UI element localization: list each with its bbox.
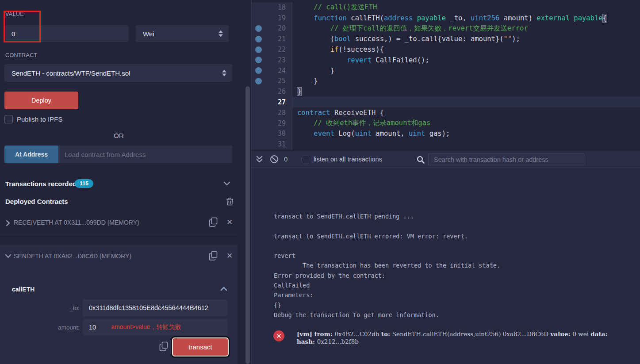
close-icon[interactable]: ✕ xyxy=(226,252,233,260)
line-number[interactable]: 27 xyxy=(265,98,292,106)
editor-gutter[interactable]: 26 xyxy=(252,86,292,97)
code-text[interactable]: revert CallFailed(); xyxy=(292,55,640,65)
line-number[interactable]: 22 xyxy=(265,46,292,54)
breakpoint-dot[interactable] xyxy=(255,46,262,53)
value-input[interactable]: 0 xyxy=(4,25,129,42)
breakpoint-dot[interactable] xyxy=(255,36,262,42)
code-line-31[interactable]: 31 xyxy=(252,139,640,149)
code-line-25[interactable]: 25 } xyxy=(252,76,640,87)
amount-param-label: amount: xyxy=(4,324,80,331)
close-icon[interactable]: ✕ xyxy=(226,218,233,226)
line-number[interactable]: 30 xyxy=(265,130,292,138)
line-number[interactable]: 25 xyxy=(265,77,292,85)
vm-error-entry[interactable]: ✕ [vm] from: 0x4B2...C02db to: SendETH.c… xyxy=(273,330,608,345)
code-text[interactable]: contract ReceiveETH { xyxy=(292,107,640,118)
amount-param-input[interactable]: 10 amount>value，转账失败 xyxy=(83,319,228,336)
breakpoint-dot[interactable] xyxy=(255,57,262,63)
line-number[interactable]: 29 xyxy=(265,119,292,127)
line-number[interactable]: 19 xyxy=(265,14,292,22)
code-text[interactable]: function callETH(address payable _to, ui… xyxy=(292,13,640,23)
code-text[interactable]: // 处理下call的返回值，如果失败，revert交易并发送error xyxy=(292,23,640,34)
function-chevron-up-icon[interactable] xyxy=(220,287,227,291)
editor-gutter[interactable]: 18 xyxy=(252,2,292,13)
terminal-toolbar: 0 listen on all transactions xyxy=(252,151,640,168)
sendeth-chevron-down-icon[interactable] xyxy=(5,254,11,258)
code-text[interactable] xyxy=(292,97,640,107)
code-text[interactable]: if(!success){ xyxy=(292,44,640,55)
editor-gutter[interactable]: 30 xyxy=(252,129,292,139)
code-line-24[interactable]: 24 } xyxy=(252,65,640,76)
transact-button[interactable]: transact xyxy=(172,337,229,356)
editor-gutter[interactable]: 19 xyxy=(252,13,292,23)
copy-icon[interactable] xyxy=(209,217,218,227)
line-number[interactable]: 23 xyxy=(265,56,292,64)
listen-all-transactions-checkbox[interactable] xyxy=(302,156,309,163)
breakpoint-dot[interactable] xyxy=(255,25,262,32)
editor-gutter[interactable]: 23 xyxy=(252,55,292,65)
deployed-contracts-label: Deployed Contracts xyxy=(5,198,68,205)
code-line-18[interactable]: 18 // call()发送ETH xyxy=(252,2,640,13)
code-line-30[interactable]: 30 event Log(uint amount, uint gas); xyxy=(252,129,640,139)
code-text[interactable]: // call()发送ETH xyxy=(292,2,640,13)
at-address-input[interactable] xyxy=(58,146,232,163)
code-text[interactable]: // 收到eth事件，记录amount和gas xyxy=(292,118,640,129)
deploy-run-panel: VALUE 0 Wei CONTRACT SendETH - contracts… xyxy=(0,0,238,364)
editor-gutter[interactable]: 20 xyxy=(252,23,292,34)
code-line-27[interactable]: 27 xyxy=(252,97,640,107)
code-text[interactable]: } xyxy=(292,76,640,87)
code-line-20[interactable]: 20 // 处理下call的返回值，如果失败，revert交易并发送error xyxy=(252,23,640,34)
editor-gutter[interactable]: 22 xyxy=(252,44,292,55)
clear-console-ban-icon[interactable] xyxy=(270,155,279,164)
vm-error-line-1: [vm] from: 0x4B2...C02db to: SendETH.cal… xyxy=(297,330,608,338)
code-line-29[interactable]: 29 // 收到eth事件，记录amount和gas xyxy=(252,118,640,129)
line-number[interactable]: 28 xyxy=(265,109,292,117)
at-address-button[interactable]: At Address xyxy=(4,146,58,163)
contract-select[interactable]: SendETH - contracts/WTF/SendETH.sol xyxy=(4,64,232,82)
code-text[interactable]: } xyxy=(292,86,640,97)
code-line-23[interactable]: 23 revert CallFailed(); xyxy=(252,55,640,65)
code-text[interactable]: } xyxy=(292,65,640,76)
copy-icon[interactable] xyxy=(209,251,218,261)
editor-gutter[interactable]: 31 xyxy=(252,139,292,149)
line-number[interactable]: 20 xyxy=(265,24,292,32)
deployed-contract-receiveeth[interactable]: RECEIVEETH AT 0X311...099DD (MEMORY) xyxy=(14,219,139,226)
editor-gutter[interactable]: 28 xyxy=(252,107,292,118)
breakpoint-dot[interactable] xyxy=(255,78,262,84)
deploy-button[interactable]: Deploy xyxy=(4,92,78,109)
line-number[interactable]: 21 xyxy=(265,35,292,43)
code-line-21[interactable]: 21 (bool success,) = _to.call{value: amo… xyxy=(252,34,640,44)
line-number[interactable]: 31 xyxy=(265,140,292,148)
remix-ide-window: VALUE 0 Wei CONTRACT SendETH - contracts… xyxy=(0,0,640,364)
unit-select[interactable]: Wei xyxy=(136,25,229,42)
receiveeth-chevron-right-icon[interactable] xyxy=(6,220,10,226)
terminal-log[interactable]: transact to SendETH.callETH pending ... … xyxy=(252,168,640,320)
code-lines: 18 // call()发送ETH19 function callETH(add… xyxy=(252,2,640,149)
publish-ipfs-checkbox[interactable] xyxy=(4,115,13,123)
code-line-22[interactable]: 22 if(!success){ xyxy=(252,44,640,55)
code-text[interactable]: event Log(uint amount, uint gas); xyxy=(292,129,640,139)
terminal-search-input[interactable] xyxy=(428,153,584,166)
panel-scrollbar-thumb[interactable] xyxy=(245,86,250,364)
amount-warning-annotation: amount>value，转账失败 xyxy=(111,323,181,331)
code-line-28[interactable]: 28contract ReceiveETH { xyxy=(252,107,640,118)
editor-gutter[interactable]: 24 xyxy=(252,65,292,76)
line-number[interactable]: 26 xyxy=(265,88,292,96)
line-number[interactable]: 18 xyxy=(265,4,292,11)
to-param-input[interactable]: 0x311d8dfc1358105E8dc45564444B4612 xyxy=(83,299,228,316)
copy-calldata-icon[interactable] xyxy=(159,341,169,352)
deployed-contract-sendeth[interactable]: SENDETH AT 0XA82...D8C6D (MEMORY) xyxy=(14,253,131,260)
code-editor[interactable]: 18 // call()发送ETH19 function callETH(add… xyxy=(252,0,640,151)
trash-icon[interactable] xyxy=(226,197,234,206)
code-text[interactable] xyxy=(292,139,640,149)
code-text[interactable]: (bool success,) = _to.call{value: amount… xyxy=(292,34,640,44)
code-line-19[interactable]: 19 function callETH(address payable _to,… xyxy=(252,13,640,23)
expand-terminal-double-chevron-icon[interactable] xyxy=(256,156,263,163)
breakpoint-dot[interactable] xyxy=(255,67,262,74)
editor-gutter[interactable]: 29 xyxy=(252,118,292,129)
line-number[interactable]: 24 xyxy=(265,67,292,75)
editor-gutter[interactable]: 27 xyxy=(252,97,292,107)
transactions-chevron-down-icon[interactable] xyxy=(223,181,230,186)
editor-gutter[interactable]: 25 xyxy=(252,76,292,87)
code-line-26[interactable]: 26} xyxy=(252,86,640,97)
editor-gutter[interactable]: 21 xyxy=(252,34,292,44)
